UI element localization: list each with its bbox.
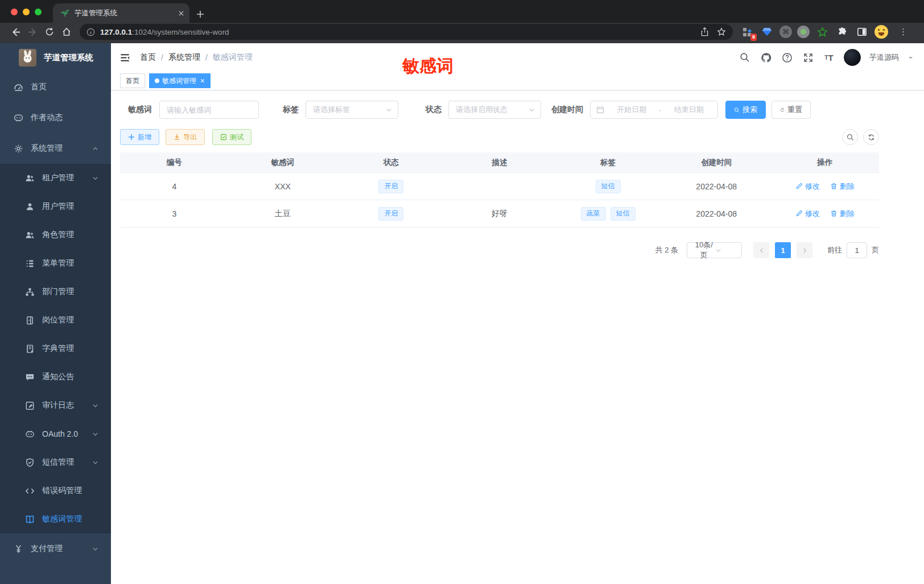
cell-id: 4: [120, 182, 229, 191]
command-extension-icon[interactable]: ⌘: [779, 26, 792, 38]
date-range-picker[interactable]: 开始日期 - 结束日期: [590, 101, 718, 119]
sidebar-item-dict-mgmt[interactable]: 字典管理: [0, 334, 111, 363]
next-page-button[interactable]: [797, 242, 812, 258]
sidebar-fold-icon[interactable]: [119, 52, 130, 63]
tab-close-icon[interactable]: [179, 11, 184, 16]
delete-link[interactable]: 删除: [830, 209, 855, 219]
sidebar-item-user-mgmt[interactable]: 用户管理: [0, 192, 111, 221]
goto-label: 前往: [827, 245, 842, 255]
sidebar-item-sms-mgmt[interactable]: 短信管理: [0, 448, 111, 477]
new-tab-button[interactable]: [196, 10, 204, 18]
sidebar-item-system-mgmt[interactable]: 系统管理: [0, 133, 111, 164]
site-info-icon[interactable]: [86, 28, 95, 36]
prev-page-button[interactable]: [753, 242, 769, 258]
sidebar-item-notice-mgmt[interactable]: 通知公告: [0, 363, 111, 391]
cell-actions: 修改 删除: [770, 209, 879, 219]
sidebar-item-menu-mgmt[interactable]: 菜单管理: [0, 249, 111, 277]
sidebar-item-oauth[interactable]: OAuth 2.0: [0, 420, 111, 448]
tag-select[interactable]: 请选择标签: [306, 101, 398, 119]
help-icon[interactable]: [781, 51, 793, 64]
export-button[interactable]: 导出: [166, 129, 205, 145]
sidebar-item-home[interactable]: 首页: [0, 72, 111, 102]
tag-close-icon[interactable]: [200, 78, 205, 83]
goto-page-input[interactable]: [847, 242, 867, 258]
url-path: :1024/system/sensitive-word: [132, 28, 229, 36]
sidebar-item-author-news[interactable]: 作者动态: [0, 102, 111, 133]
github-icon[interactable]: [760, 51, 772, 64]
navbar-tools: TT 芋道源码: [739, 49, 914, 66]
username-label[interactable]: 芋道源码: [869, 52, 899, 63]
close-window-button[interactable]: [11, 9, 18, 15]
sidebar-item-post-mgmt[interactable]: 岗位管理: [0, 306, 111, 334]
sidebar-item-tenant-mgmt[interactable]: 租户管理: [0, 164, 111, 192]
bookmark-star-icon[interactable]: [717, 27, 726, 36]
test-button[interactable]: 测试: [212, 129, 251, 145]
green-star-extension-icon[interactable]: [815, 24, 830, 39]
page-number-button[interactable]: 1: [775, 242, 791, 258]
font-size-icon[interactable]: TT: [823, 51, 835, 64]
chevron-down-icon: [386, 107, 392, 113]
dashboard-icon: [14, 82, 23, 92]
refresh-table-button[interactable]: [863, 129, 879, 145]
col-header-actions: 操作: [770, 158, 879, 168]
sidebar-item-sensitive-word[interactable]: 敏感词管理: [0, 505, 111, 533]
edit-link[interactable]: 修改: [795, 209, 820, 219]
show-search-toggle-button[interactable]: [842, 129, 858, 145]
share-icon[interactable]: [700, 27, 709, 36]
page-size-select[interactable]: 10条/页: [687, 242, 742, 258]
browser-tab[interactable]: 芋道管理系统: [53, 3, 189, 23]
address-bar[interactable]: 127.0.0.1:1024/system/sensitive-word: [80, 24, 733, 40]
reset-button[interactable]: 重置: [772, 101, 811, 119]
tag-sensitive-word[interactable]: 敏感词管理: [149, 73, 211, 88]
side-panel-icon[interactable]: [855, 24, 869, 39]
sidebar-item-audit-log[interactable]: 审计日志: [0, 391, 111, 420]
search-icon[interactable]: [739, 51, 751, 64]
add-button[interactable]: 新增: [120, 129, 159, 145]
sidebar-item-error-code[interactable]: 错误码管理: [0, 477, 111, 505]
sidebar-item-label: 敏感词管理: [42, 514, 102, 524]
page-unit-label: 页: [872, 245, 879, 255]
tenant-users-icon: [25, 173, 35, 183]
sidebar-item-label: 字典管理: [42, 343, 102, 354]
app-logo-rabbit-icon: [19, 49, 36, 67]
forward-button[interactable]: [24, 24, 41, 40]
user-menu-caret-icon[interactable]: [908, 55, 914, 61]
sidebar-item-dept-mgmt[interactable]: 部门管理: [0, 277, 111, 306]
back-button[interactable]: [7, 24, 24, 40]
tag-label: 敏感词管理: [162, 76, 196, 86]
breadcrumb-item-home[interactable]: 首页: [140, 52, 156, 63]
cell-description: 好呀: [446, 209, 554, 219]
delete-link[interactable]: 删除: [830, 181, 855, 192]
fullscreen-icon[interactable]: [802, 51, 814, 64]
gem-extension-icon[interactable]: [760, 24, 774, 39]
keyword-label: 敏感词: [120, 105, 152, 115]
home-button[interactable]: [58, 24, 75, 40]
pay-yen-icon: [14, 544, 23, 554]
search-button[interactable]: 搜索: [725, 101, 766, 119]
breadcrumb-item-system[interactable]: 系统管理: [168, 52, 200, 63]
red-annotation-text: 敏感词: [402, 55, 453, 78]
reload-button[interactable]: [41, 24, 58, 40]
user-avatar[interactable]: [844, 49, 861, 66]
date-end-placeholder[interactable]: 结束日期: [666, 105, 712, 115]
sidebar-item-role-mgmt[interactable]: 角色管理: [0, 221, 111, 249]
gear-icon: [14, 144, 23, 154]
zoom-window-button[interactable]: [35, 9, 42, 15]
sidebar-logo-row[interactable]: 芋道管理系统: [0, 43, 111, 72]
date-start-placeholder[interactable]: 开始日期: [609, 105, 654, 115]
table-row: 3 土豆 开启 好呀 蔬菜 短信 2022-04-08 修改: [120, 200, 879, 227]
recorder-extension-icon[interactable]: [797, 26, 810, 38]
minimize-window-button[interactable]: [23, 9, 30, 15]
edit-link[interactable]: 修改: [795, 181, 820, 192]
sidebar-item-label: 首页: [31, 82, 102, 92]
extensions-puzzle-icon[interactable]: [835, 24, 849, 39]
tab-grid-extension-icon[interactable]: 9: [740, 24, 754, 39]
sidebar-item-label: 菜单管理: [42, 258, 102, 268]
keyword-input[interactable]: [159, 101, 259, 119]
chrome-menu-icon[interactable]: ⋮: [899, 27, 908, 37]
status-select[interactable]: 请选择启用状态: [448, 101, 541, 119]
sidebar-item-pay-mgmt[interactable]: 支付管理: [0, 533, 111, 564]
profile-avatar-icon[interactable]: [874, 25, 888, 39]
cell-created: 2022-04-08: [662, 182, 771, 191]
tag-home[interactable]: 首页: [120, 73, 145, 88]
